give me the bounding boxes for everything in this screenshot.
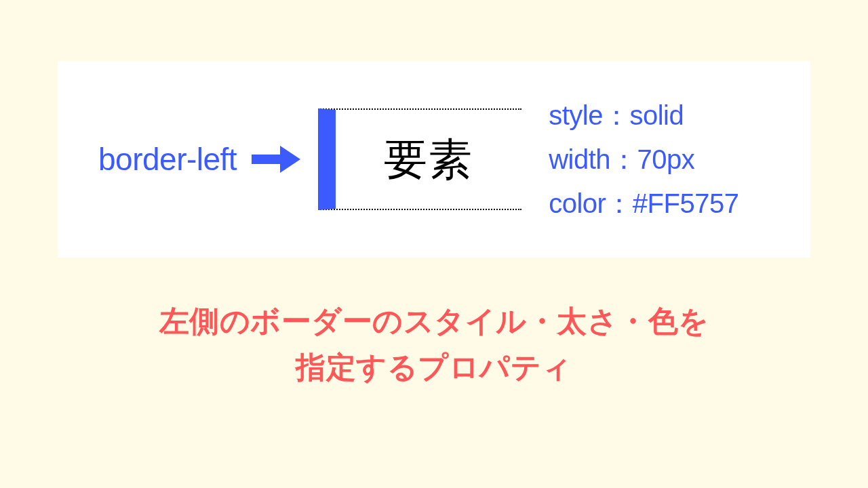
element-label: 要素: [384, 130, 473, 189]
caption-line-1: 左側のボーダーのスタイル・太さ・色を: [159, 298, 709, 344]
property-name-label: border-left: [98, 141, 237, 178]
diagram-card: border-left 要素 style：solid width：70px co…: [58, 61, 810, 258]
prop-color: color：#FF5757: [549, 185, 738, 222]
svg-marker-1: [280, 146, 300, 173]
svg-rect-0: [252, 155, 280, 164]
element-box: 要素: [318, 108, 521, 210]
prop-width: width：70px: [549, 141, 738, 178]
caption-line-2: 指定するプロパティ: [159, 344, 709, 390]
property-values: style：solid width：70px color：#FF5757: [549, 97, 738, 222]
arrow-right-icon: [252, 146, 300, 173]
prop-style: style：solid: [549, 97, 738, 134]
caption: 左側のボーダーのスタイル・太さ・色を 指定するプロパティ: [159, 298, 709, 390]
